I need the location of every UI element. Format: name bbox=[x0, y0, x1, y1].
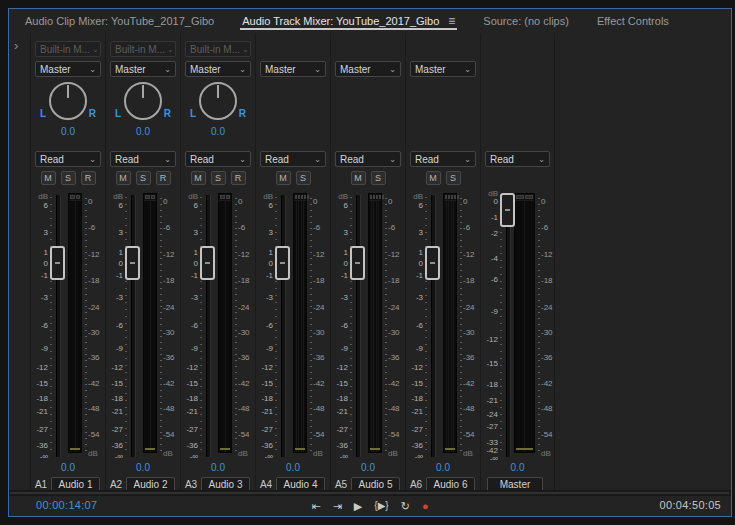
automation-mode-label: Read bbox=[340, 154, 364, 165]
record-button[interactable]: ● bbox=[422, 501, 429, 512]
meter-scale-label: -12 bbox=[541, 249, 553, 258]
volume-value[interactable]: 0.0 bbox=[331, 462, 405, 473]
record-arm-button[interactable]: R bbox=[81, 171, 96, 185]
meter-scale-label: -48 bbox=[163, 403, 175, 412]
output-track-select[interactable]: Master⌄ bbox=[260, 61, 326, 77]
tab-inactive-0[interactable]: Audio Clip Mixer: YouTube_2017_Gibo bbox=[11, 9, 228, 33]
level-meter bbox=[443, 193, 457, 453]
chevron-down-icon: ⌄ bbox=[92, 45, 99, 54]
fader-track[interactable] bbox=[356, 195, 361, 457]
play-button[interactable]: ▶ bbox=[354, 501, 362, 512]
track-name[interactable]: Audio 6 bbox=[426, 477, 475, 491]
volume-value[interactable]: 0.0 bbox=[406, 462, 480, 473]
record-arm-button[interactable]: R bbox=[156, 171, 171, 185]
fader-handle[interactable] bbox=[50, 246, 65, 280]
fader-area: dB6310-1-3-6-9-12-15-18-21-27-36-∞ 0-6-1… bbox=[256, 193, 330, 459]
automation-mode-select[interactable]: Read⌄ bbox=[485, 151, 550, 167]
fader-track[interactable] bbox=[431, 195, 436, 457]
meter-scale-label: -18 bbox=[388, 275, 400, 284]
fader-track[interactable] bbox=[281, 195, 286, 457]
fader-handle[interactable] bbox=[500, 193, 515, 227]
fader-handle[interactable] bbox=[200, 246, 215, 280]
fader-scale-label: -∞ bbox=[115, 452, 123, 461]
fader-track[interactable] bbox=[506, 195, 511, 457]
fader-track[interactable] bbox=[56, 195, 61, 457]
solo-button[interactable]: S bbox=[371, 171, 386, 185]
track-name[interactable]: Audio 1 bbox=[51, 477, 100, 491]
volume-value[interactable]: 0.0 bbox=[106, 462, 180, 473]
track-buttons: MS bbox=[331, 171, 405, 185]
automation-mode-select[interactable]: Read⌄ bbox=[35, 151, 101, 167]
track-name[interactable]: Audio 5 bbox=[351, 477, 400, 491]
solo-button[interactable]: S bbox=[136, 171, 151, 185]
solo-button[interactable]: S bbox=[296, 171, 311, 185]
automation-mode-select[interactable]: Read⌄ bbox=[410, 151, 476, 167]
panel-menu-icon[interactable]: ≡ bbox=[448, 14, 455, 28]
fader-handle[interactable] bbox=[125, 246, 140, 280]
show-effects-chevron-icon[interactable]: › bbox=[14, 39, 18, 52]
automation-mode-select[interactable]: Read⌄ bbox=[335, 151, 401, 167]
meter-scale-label: -6 bbox=[388, 223, 395, 232]
loop-button[interactable]: ↻ bbox=[401, 501, 410, 512]
volume-value[interactable]: 0.0 bbox=[481, 462, 554, 473]
fader-handle[interactable] bbox=[425, 246, 440, 280]
track-name[interactable]: Master bbox=[487, 477, 543, 491]
playhead-timecode[interactable]: 00:00:14:07 bbox=[36, 499, 97, 511]
volume-value[interactable]: 0.0 bbox=[181, 462, 255, 473]
pan-value[interactable]: 0.0 bbox=[106, 126, 180, 137]
fader-area: dB6310-1-3-6-9-12-15-18-21-27-36-∞ 0-6-1… bbox=[406, 193, 480, 459]
fader-handle[interactable] bbox=[350, 246, 365, 280]
fader-scale-label: 1 bbox=[194, 248, 198, 257]
pan-value[interactable]: 0.0 bbox=[181, 126, 255, 137]
fader-handle[interactable] bbox=[275, 246, 290, 280]
output-track-select[interactable]: Master⌄ bbox=[110, 61, 176, 77]
output-track-select[interactable]: Master⌄ bbox=[335, 61, 401, 77]
record-arm-button[interactable]: R bbox=[231, 171, 246, 185]
pan-value[interactable]: 0.0 bbox=[31, 126, 105, 137]
play-in-to-out-button[interactable]: {▶} bbox=[374, 501, 388, 511]
meter-scale-label: -30 bbox=[541, 328, 553, 337]
mute-button[interactable]: M bbox=[351, 171, 366, 185]
volume-value[interactable]: 0.0 bbox=[256, 462, 330, 473]
automation-mode-label: Read bbox=[115, 154, 139, 165]
fader-track[interactable] bbox=[131, 195, 136, 457]
solo-button[interactable]: S bbox=[446, 171, 461, 185]
output-track-select[interactable]: Master⌄ bbox=[410, 61, 476, 77]
pan-knob[interactable] bbox=[199, 82, 237, 120]
fader-track[interactable] bbox=[206, 195, 211, 457]
output-track-select[interactable]: Master⌄ bbox=[35, 61, 101, 77]
tab-inactive-2[interactable]: Source: (no clips) bbox=[469, 9, 583, 33]
fader-scale-label: 1 bbox=[344, 248, 348, 257]
mute-button[interactable]: M bbox=[191, 171, 206, 185]
automation-mode-select[interactable]: Read⌄ bbox=[110, 151, 176, 167]
mute-button[interactable]: M bbox=[426, 171, 441, 185]
scrollbar-thumb[interactable] bbox=[10, 492, 729, 494]
automation-mode-select[interactable]: Read⌄ bbox=[185, 151, 251, 167]
go-to-out-button[interactable]: ⇥ bbox=[333, 501, 342, 512]
track-name[interactable]: Audio 4 bbox=[276, 477, 325, 491]
pan-knob[interactable] bbox=[124, 82, 162, 120]
pan-knob[interactable] bbox=[49, 82, 87, 120]
go-to-in-button[interactable]: ⇤ bbox=[311, 501, 320, 512]
output-track-select[interactable]: Master⌄ bbox=[185, 61, 251, 77]
tab-inactive-3[interactable]: Effect Controls bbox=[583, 9, 683, 33]
track-name[interactable]: Audio 3 bbox=[201, 477, 250, 491]
tab-active-1[interactable]: Audio Track Mixer: YouTube_2017_Gibo≡ bbox=[228, 9, 469, 33]
mute-button[interactable]: M bbox=[116, 171, 131, 185]
input-channel-label: Built-in M... bbox=[40, 44, 90, 55]
meter-scale-label: 0 bbox=[541, 196, 545, 205]
mute-button[interactable]: M bbox=[41, 171, 56, 185]
automation-mode-select[interactable]: Read⌄ bbox=[260, 151, 326, 167]
fader-scale-label: 3 bbox=[194, 228, 198, 237]
solo-button[interactable]: S bbox=[61, 171, 76, 185]
input-channel-select[interactable]: Built-in M...⌄ bbox=[110, 41, 176, 57]
track-name[interactable]: Audio 2 bbox=[126, 477, 175, 491]
mute-button[interactable]: M bbox=[276, 171, 291, 185]
input-channel-select[interactable]: Built-in M...⌄ bbox=[185, 41, 251, 57]
volume-value[interactable]: 0.0 bbox=[31, 462, 105, 473]
solo-button[interactable]: S bbox=[211, 171, 226, 185]
clip-indicator bbox=[294, 194, 306, 201]
input-channel-select[interactable]: Built-in M...⌄ bbox=[35, 41, 101, 57]
meter-ticks bbox=[310, 198, 312, 451]
fader-scale-label: -36 bbox=[111, 440, 123, 449]
